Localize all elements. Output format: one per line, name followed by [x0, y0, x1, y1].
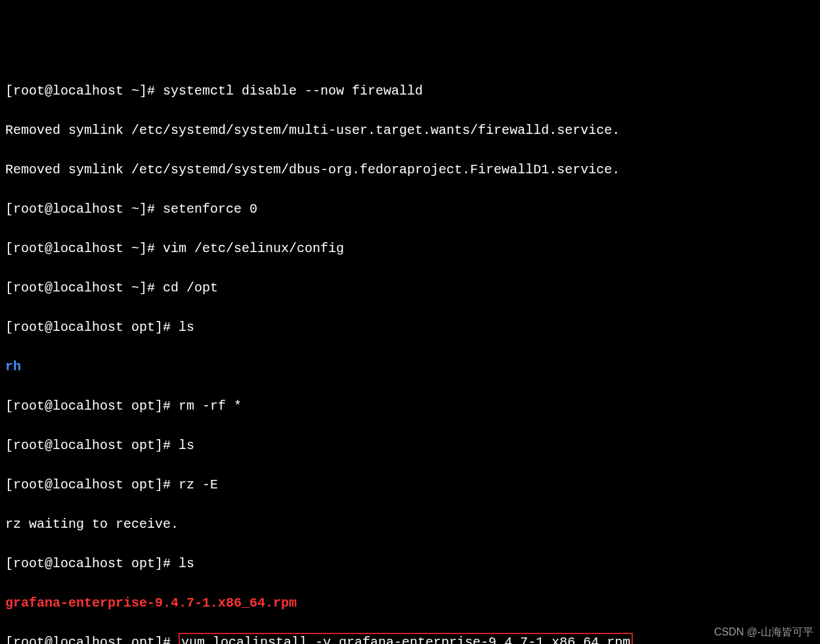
ls-rpm-file: grafana-enterprise-9.4.7-1.x86_64.rpm: [5, 593, 815, 613]
term-line: [root@localhost opt]# ls: [5, 318, 815, 337]
term-line: Removed symlink /etc/systemd/system/dbus…: [5, 160, 815, 180]
term-line: [root@localhost opt]# ls: [5, 436, 815, 456]
term-line: rz waiting to receive.: [5, 515, 815, 534]
term-line: [root@localhost ~]# setenforce 0: [5, 200, 815, 219]
term-line: [root@localhost opt]# rm -rf *: [5, 397, 815, 416]
term-line: [root@localhost ~]# cd /opt: [5, 278, 815, 298]
watermark: CSDN @-山海皆可平: [714, 624, 813, 640]
term-line: [root@localhost opt]# rz -E: [5, 475, 815, 495]
yum-install-line: [root@localhost opt]# yum localinstall -…: [5, 633, 815, 644]
term-line: [root@localhost ~]# vim /etc/selinux/con…: [5, 239, 815, 259]
ls-dir-output: rh: [5, 357, 815, 377]
term-line: [root@localhost opt]# ls: [5, 554, 815, 574]
term-line: Removed symlink /etc/systemd/system/mult…: [5, 121, 815, 140]
prompt: [root@localhost opt]#: [5, 635, 179, 644]
term-line: [root@localhost ~]# systemctl disable --…: [5, 81, 815, 101]
highlighted-command: yum localinstall -y grafana-enterprise-9…: [179, 633, 633, 644]
